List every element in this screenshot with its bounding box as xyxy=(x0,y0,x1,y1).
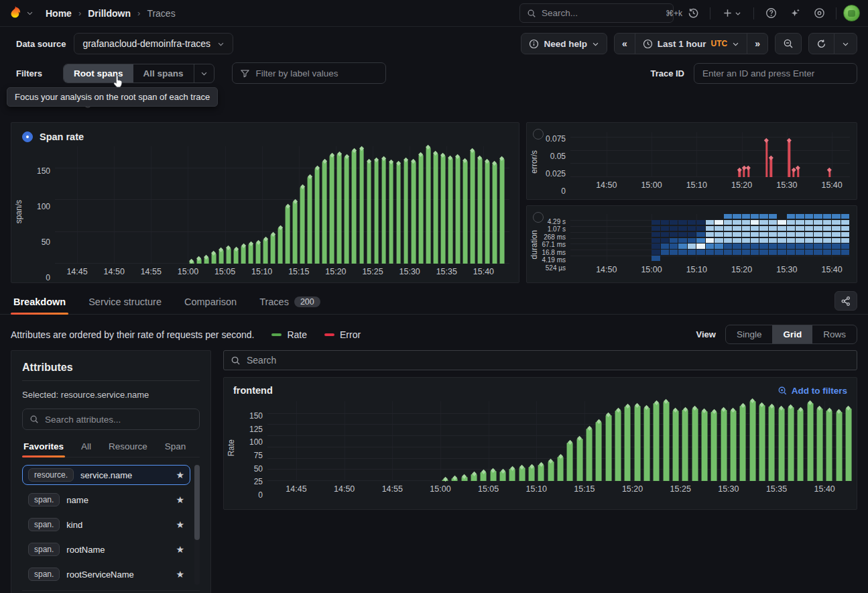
list-item[interactable]: span. rootServiceName ★ xyxy=(22,564,190,584)
breadcrumb-drilldown[interactable]: Drilldown xyxy=(88,8,131,19)
global-search-input[interactable] xyxy=(542,8,660,18)
scrollbar-thumb[interactable] xyxy=(194,465,200,540)
attr-tab-favorites[interactable]: Favorites xyxy=(22,437,65,457)
attribute-tabs: Favorites All Resource Span xyxy=(22,437,200,457)
attr-prefix-badge: span. xyxy=(28,493,60,506)
breadcrumb: Home › Drilldown › Traces xyxy=(46,8,176,19)
trace-id-label: Trace ID xyxy=(650,68,684,78)
selected-attribute-text: Selected: resource.service.name xyxy=(22,390,200,400)
mouse-cursor-icon xyxy=(113,74,124,89)
search-icon xyxy=(527,9,536,18)
favorite-star-icon[interactable]: ★ xyxy=(176,494,184,505)
share-button[interactable] xyxy=(834,291,857,311)
attr-name: kind xyxy=(66,520,82,530)
favorite-star-icon[interactable]: ★ xyxy=(176,470,184,480)
legend-error: Error xyxy=(324,329,361,340)
time-range-label: Last 1 hour xyxy=(658,39,706,49)
scope-caret-button[interactable] xyxy=(194,64,214,83)
list-item[interactable]: span. name ★ xyxy=(22,490,190,510)
duration-panel: duration 4.29 s1.07 s268 ms67.1 ms16.8 m… xyxy=(526,205,857,283)
top-nav: Home › Drilldown › Traces ⌘+k xyxy=(0,0,868,27)
history-icon[interactable] xyxy=(683,3,703,23)
tab-comparison[interactable]: Comparison xyxy=(182,294,239,314)
frontend-panel: frontend Add to filters Rate 02550751001… xyxy=(223,377,857,510)
span-rate-panel: Span rate span/s 050100150 14:4514:5014:… xyxy=(11,122,519,283)
breakdown-search-input[interactable] xyxy=(247,355,850,366)
global-search[interactable]: ⌘+k xyxy=(519,3,674,23)
attribute-list: resource. service.name ★ span. name ★ sp… xyxy=(22,465,200,591)
need-help-button[interactable]: Need help xyxy=(521,33,607,54)
search-icon xyxy=(29,415,39,424)
breakdown-search-wrap[interactable] xyxy=(223,350,857,370)
breadcrumb-separator: › xyxy=(78,8,81,18)
breadcrumb-home[interactable]: Home xyxy=(46,8,72,19)
metric-panels: Span rate span/s 050100150 14:4514:5014:… xyxy=(11,122,857,283)
chevron-down-icon xyxy=(217,40,225,48)
favorite-star-icon[interactable]: ★ xyxy=(176,569,184,580)
list-item[interactable]: span. rootName ★ xyxy=(22,539,190,559)
refresh-button[interactable] xyxy=(808,33,834,54)
breakdown-body: Attributes Selected: resource.service.na… xyxy=(11,350,857,593)
span-rate-radio[interactable] xyxy=(22,131,33,142)
attr-tab-resource[interactable]: Resource xyxy=(107,437,149,457)
breadcrumb-traces: Traces xyxy=(147,8,175,19)
view-single[interactable]: Single xyxy=(726,325,773,343)
attr-name: rootServiceName xyxy=(66,570,133,580)
label-filter-input[interactable] xyxy=(256,68,378,78)
attr-prefix-badge: resource. xyxy=(28,468,74,482)
scrollbar-track[interactable] xyxy=(194,465,200,585)
attributes-title: Attributes xyxy=(22,362,200,374)
datasource-value: grafanacloud-demoinfra-traces xyxy=(82,38,210,49)
breadcrumb-separator: › xyxy=(137,8,140,18)
attribute-search-wrap[interactable] xyxy=(22,409,200,430)
duration-heatmap: duration 4.29 s1.07 s268 ms67.1 ms16.8 m… xyxy=(528,214,850,276)
observe-icon[interactable] xyxy=(809,3,829,23)
attr-prefix-badge: span. xyxy=(28,543,60,556)
label-filter-input-wrap[interactable] xyxy=(232,62,386,84)
view-label: View xyxy=(696,329,716,339)
trace-id-input[interactable] xyxy=(694,63,857,84)
list-item[interactable]: span. kind ★ xyxy=(22,515,190,535)
time-range-picker[interactable]: Last 1 hour UTC xyxy=(635,33,747,54)
attr-name: rootName xyxy=(66,545,105,555)
view-grid[interactable]: Grid xyxy=(772,325,812,343)
tab-service-structure[interactable]: Service structure xyxy=(86,294,164,314)
add-to-filters-button[interactable]: Add to filters xyxy=(778,386,847,396)
attr-tab-all[interactable]: All xyxy=(80,437,92,457)
all-spans-option[interactable]: All spans xyxy=(133,64,194,83)
legend-rate: Rate xyxy=(271,329,307,340)
attr-prefix-badge: span. xyxy=(28,568,60,581)
new-menu-button[interactable] xyxy=(717,3,747,23)
ai-sparkles-icon[interactable] xyxy=(785,3,805,23)
tab-traces[interactable]: Traces 200 xyxy=(257,294,323,314)
y-axis-label: error/s xyxy=(530,150,539,174)
rate-swatch xyxy=(271,333,282,336)
attr-name: service.name xyxy=(80,470,132,480)
grafana-logo-menu[interactable] xyxy=(7,5,34,21)
divider xyxy=(22,380,200,381)
filters-row: Filters Root spans All spans Trace ID xyxy=(0,58,868,88)
search-icon xyxy=(231,356,241,366)
time-shift-back-button[interactable]: « xyxy=(614,33,635,54)
attr-prefix-badge: span. xyxy=(28,518,60,531)
span-rate-chart: span/s 050100150 14:4514:5014:5515:0015:… xyxy=(13,146,509,278)
user-avatar[interactable] xyxy=(843,5,860,21)
help-icon[interactable] xyxy=(761,3,781,23)
attribute-search-input[interactable] xyxy=(45,415,192,425)
list-item[interactable]: resource. service.name ★ xyxy=(22,465,190,485)
frontend-panel-title: frontend xyxy=(233,385,273,396)
errors-chart: error/s 00.0250.050.075 14:5015:0015:101… xyxy=(528,132,850,191)
favorite-star-icon[interactable]: ★ xyxy=(176,519,184,530)
tab-breakdown[interactable]: Breakdown xyxy=(11,294,68,314)
view-rows[interactable]: Rows xyxy=(812,325,857,343)
datasource-select[interactable]: grafanacloud-demoinfra-traces xyxy=(74,33,233,54)
attr-tab-span[interactable]: Span xyxy=(164,437,188,457)
errors-radio[interactable] xyxy=(533,129,544,140)
divider xyxy=(710,7,710,19)
favorite-star-icon[interactable]: ★ xyxy=(176,544,184,555)
duration-radio[interactable] xyxy=(533,212,544,223)
time-shift-forward-button[interactable]: » xyxy=(747,33,768,54)
refresh-interval-button[interactable] xyxy=(834,33,857,54)
zoom-out-button[interactable] xyxy=(775,33,802,54)
datasource-label: Data source xyxy=(16,39,66,49)
